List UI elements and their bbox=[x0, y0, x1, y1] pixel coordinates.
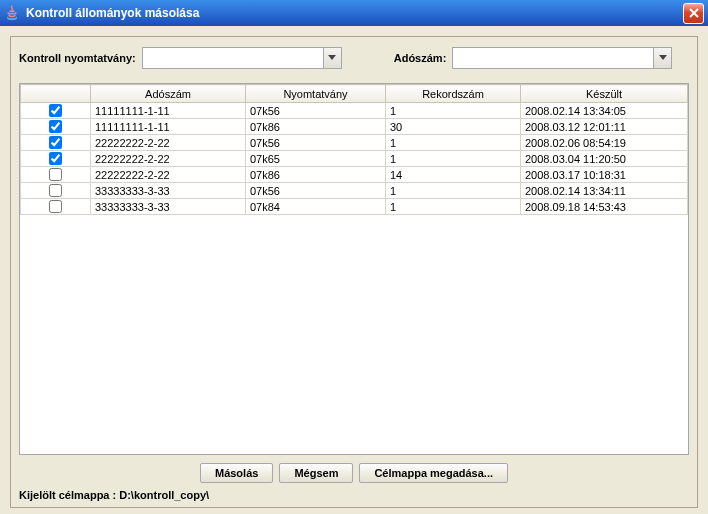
cell-nyomtatvany: 07k84 bbox=[246, 199, 386, 215]
cell-keszult: 2008.03.04 11:20:50 bbox=[521, 151, 688, 167]
cell-adoszam: 22222222-2-22 bbox=[91, 167, 246, 183]
nyomtatvany-label: Kontroll nyomtatvány: bbox=[19, 52, 136, 64]
cell-keszult: 2008.02.14 13:34:05 bbox=[521, 103, 688, 119]
row-checkbox[interactable] bbox=[49, 152, 62, 165]
cell-check bbox=[21, 119, 91, 135]
cell-adoszam: 33333333-3-33 bbox=[91, 199, 246, 215]
chevron-down-icon bbox=[653, 48, 671, 68]
cell-adoszam: 33333333-3-33 bbox=[91, 183, 246, 199]
cell-nyomtatvany: 07k65 bbox=[246, 151, 386, 167]
cell-rekordszam: 30 bbox=[386, 119, 521, 135]
col-header-nyomtatvany[interactable]: Nyomtatvány bbox=[246, 85, 386, 103]
cell-rekordszam: 14 bbox=[386, 167, 521, 183]
col-header-keszult[interactable]: Készült bbox=[521, 85, 688, 103]
button-row: Másolás Mégsem Célmappa megadása... bbox=[19, 455, 689, 487]
cell-rekordszam: 1 bbox=[386, 183, 521, 199]
cell-adoszam: 22222222-2-22 bbox=[91, 151, 246, 167]
cell-keszult: 2008.02.06 08:54:19 bbox=[521, 135, 688, 151]
cell-nyomtatvany: 07k56 bbox=[246, 135, 386, 151]
close-icon bbox=[689, 8, 699, 18]
table-row[interactable]: 33333333-3-3307k8412008.09.18 14:53:43 bbox=[21, 199, 688, 215]
cell-nyomtatvany: 07k86 bbox=[246, 167, 386, 183]
cell-check bbox=[21, 151, 91, 167]
cell-adoszam: 11111111-1-11 bbox=[91, 119, 246, 135]
target-folder-label: Kijelölt célmappa : D:\kontroll_copy\ bbox=[19, 487, 689, 501]
cell-adoszam: 11111111-1-11 bbox=[91, 103, 246, 119]
row-checkbox[interactable] bbox=[49, 136, 62, 149]
row-checkbox[interactable] bbox=[49, 184, 62, 197]
cell-check bbox=[21, 135, 91, 151]
cell-adoszam: 22222222-2-22 bbox=[91, 135, 246, 151]
filter-row: Kontroll nyomtatvány: Adószám: bbox=[19, 47, 689, 69]
table-row[interactable]: 22222222-2-2207k6512008.03.04 11:20:50 bbox=[21, 151, 688, 167]
col-header-check[interactable] bbox=[21, 85, 91, 103]
adoszam-combo[interactable] bbox=[452, 47, 672, 69]
java-icon bbox=[4, 5, 20, 21]
data-table-wrap: Adószám Nyomtatvány Rekordszám Készült 1… bbox=[19, 83, 689, 455]
cell-check bbox=[21, 199, 91, 215]
table-row[interactable]: 33333333-3-3307k5612008.02.14 13:34:11 bbox=[21, 183, 688, 199]
row-checkbox[interactable] bbox=[49, 104, 62, 117]
window-titlebar: Kontroll állományok másolása bbox=[0, 0, 708, 26]
cell-keszult: 2008.03.12 12:01:11 bbox=[521, 119, 688, 135]
cell-check bbox=[21, 183, 91, 199]
cell-check bbox=[21, 103, 91, 119]
main-panel: Kontroll nyomtatvány: Adószám: bbox=[10, 36, 698, 508]
cancel-button[interactable]: Mégsem bbox=[279, 463, 353, 483]
adoszam-label: Adószám: bbox=[394, 52, 447, 64]
cell-nyomtatvany: 07k56 bbox=[246, 183, 386, 199]
table-row[interactable]: 22222222-2-2207k86142008.03.17 10:18:31 bbox=[21, 167, 688, 183]
cell-rekordszam: 1 bbox=[386, 103, 521, 119]
cell-nyomtatvany: 07k56 bbox=[246, 103, 386, 119]
row-checkbox[interactable] bbox=[49, 200, 62, 213]
table-row[interactable]: 11111111-1-1107k86302008.03.12 12:01:11 bbox=[21, 119, 688, 135]
col-header-adoszam[interactable]: Adószám bbox=[91, 85, 246, 103]
cell-check bbox=[21, 167, 91, 183]
window-title: Kontroll állományok másolása bbox=[26, 6, 683, 20]
cell-rekordszam: 1 bbox=[386, 135, 521, 151]
copy-button[interactable]: Másolás bbox=[200, 463, 273, 483]
cell-nyomtatvany: 07k86 bbox=[246, 119, 386, 135]
cell-keszult: 2008.02.14 13:34:11 bbox=[521, 183, 688, 199]
chevron-down-icon bbox=[323, 48, 341, 68]
cell-keszult: 2008.03.17 10:18:31 bbox=[521, 167, 688, 183]
table-row[interactable]: 11111111-1-1107k5612008.02.14 13:34:05 bbox=[21, 103, 688, 119]
nyomtatvany-combo[interactable] bbox=[142, 47, 342, 69]
close-button[interactable] bbox=[683, 3, 704, 24]
row-checkbox[interactable] bbox=[49, 168, 62, 181]
cell-rekordszam: 1 bbox=[386, 199, 521, 215]
cell-keszult: 2008.09.18 14:53:43 bbox=[521, 199, 688, 215]
row-checkbox[interactable] bbox=[49, 120, 62, 133]
target-folder-button[interactable]: Célmappa megadása... bbox=[359, 463, 508, 483]
table-row[interactable]: 22222222-2-2207k5612008.02.06 08:54:19 bbox=[21, 135, 688, 151]
col-header-rekordszam[interactable]: Rekordszám bbox=[386, 85, 521, 103]
data-table: Adószám Nyomtatvány Rekordszám Készült 1… bbox=[20, 84, 688, 215]
cell-rekordszam: 1 bbox=[386, 151, 521, 167]
